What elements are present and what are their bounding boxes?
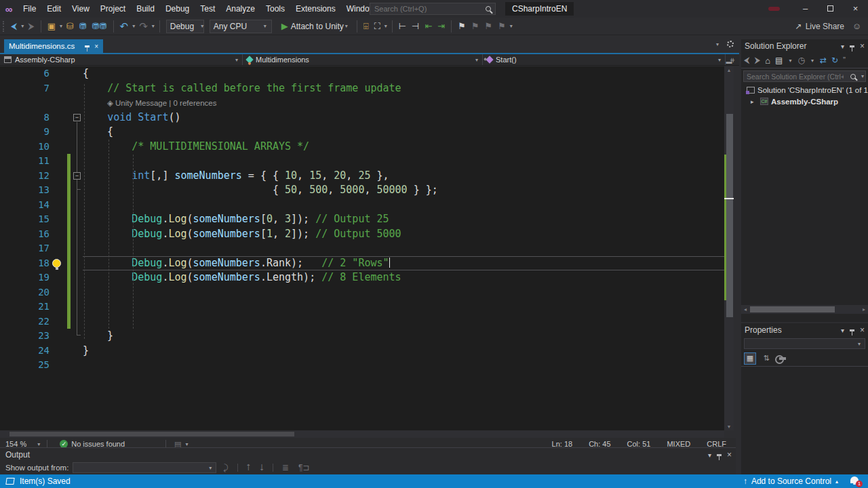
clear-bookmarks-icon[interactable]: ⚑ xyxy=(495,18,509,35)
sync-with-active-document-icon[interactable]: ⇄ xyxy=(820,56,827,65)
menu-file[interactable]: File xyxy=(18,0,41,18)
code-line-7[interactable]: 7 // Start is called before the first fr… xyxy=(0,81,724,96)
solution-platform-dropdown[interactable]: Any CPU ▾ xyxy=(210,20,272,33)
refresh-icon[interactable]: ↻ xyxy=(831,56,838,65)
uncomment-icon[interactable]: ⊣ xyxy=(409,18,422,35)
codelens-indicator[interactable]: ◈ Unity Message | 0 references xyxy=(107,99,216,107)
undo-caret-icon[interactable]: ▾ xyxy=(131,23,136,29)
scroll-right-icon[interactable]: ▸ xyxy=(860,305,868,314)
tree-item-solution-csharpintroen-1-of-1-[interactable]: Solution 'CSharpIntroEN' (1 of 1 pr xyxy=(741,84,868,96)
feedback-icon[interactable]: ☺ xyxy=(852,21,861,31)
quick-search-box[interactable] xyxy=(370,3,496,15)
search-input[interactable] xyxy=(370,5,481,13)
codelens-references[interactable]: 0 references xyxy=(174,99,217,107)
redo-icon[interactable]: ↷ xyxy=(136,18,151,35)
pin-icon[interactable] xyxy=(717,454,722,456)
pending-changes-filter-icon[interactable]: ◷ xyxy=(797,56,804,65)
window-position-icon[interactable]: ▾ xyxy=(841,327,844,334)
categorized-view-icon[interactable]: ▦ xyxy=(744,352,756,365)
code-line-23[interactable]: 23 } xyxy=(0,329,724,344)
editor-options-gear-icon[interactable] xyxy=(727,41,734,47)
split-editor-grip[interactable]: ▬ xyxy=(724,57,734,66)
scrollbar-thumb[interactable] xyxy=(9,432,294,436)
add-to-source-control-button[interactable]: ↑ Add to Source Control ▴ xyxy=(743,476,838,486)
word-wrap-icon[interactable]: ¶⊐ xyxy=(296,463,313,472)
unity-editor-window-icon[interactable]: ⛶ xyxy=(372,18,383,35)
home-icon[interactable]: ⌂ xyxy=(765,56,770,66)
chevron-down-icon[interactable]: ▾ xyxy=(344,23,349,29)
output-panel-title[interactable]: Output xyxy=(5,450,30,460)
lightbulb-icon[interactable] xyxy=(52,259,61,268)
scroll-down-icon[interactable]: ▼ xyxy=(724,424,734,429)
menu-extensions[interactable]: Extensions xyxy=(290,0,341,18)
live-share-button[interactable]: ↗ Live Share xyxy=(795,18,844,35)
zoom-caret-icon[interactable]: ▾ xyxy=(36,441,41,447)
active-files-dropdown-icon[interactable]: ▾ xyxy=(715,41,720,47)
scrollbar-thumb[interactable] xyxy=(726,114,733,317)
close-tab-icon[interactable]: × xyxy=(94,43,98,50)
outlining-line[interactable] xyxy=(77,122,79,336)
codelens-row[interactable]: ◈ Unity Message | 0 references xyxy=(0,96,724,110)
goto-message-icon[interactable]: ⤸ xyxy=(220,463,231,472)
clear-all-icon[interactable]: ≣ xyxy=(279,463,292,472)
properties-title-bar[interactable]: Properties ▾ × xyxy=(741,323,868,337)
toggle-bookmark-icon[interactable]: ⚑ xyxy=(455,18,469,35)
navigate-back-icon[interactable]: ⮜ xyxy=(8,18,20,35)
breadcrumb-type-dropdown[interactable]: Multidimensions ▾ xyxy=(243,54,483,65)
window-position-icon[interactable]: ▾ xyxy=(841,43,844,50)
menu-test[interactable]: Test xyxy=(195,0,220,18)
code-line-9[interactable]: 9 { xyxy=(0,125,724,140)
chevron-down-icon[interactable]: ▾ xyxy=(787,58,793,64)
toolbar-grip[interactable] xyxy=(3,21,5,32)
breadcrumb-member-dropdown[interactable]: Start() ▾ xyxy=(483,54,726,65)
menu-debug[interactable]: Debug xyxy=(160,0,195,18)
outlining-line[interactable] xyxy=(77,180,79,190)
decrease-indent-icon[interactable]: ⇤ xyxy=(422,18,435,35)
previous-message-icon[interactable]: ⭡ xyxy=(244,463,254,472)
switch-views-icon[interactable]: ▤ xyxy=(775,56,783,65)
redo-caret-icon[interactable]: ▾ xyxy=(151,23,156,29)
chevron-down-icon[interactable]: ▾ xyxy=(810,58,815,64)
navigate-forward-icon[interactable]: ⮞ xyxy=(25,18,37,35)
properties-object-dropdown[interactable]: ▾ xyxy=(744,338,865,349)
menu-project[interactable]: Project xyxy=(95,0,131,18)
close-icon[interactable]: × xyxy=(860,41,865,51)
alphabetical-view-icon[interactable]: ⇅ xyxy=(760,352,772,365)
unity-project-explorer-icon[interactable]: ⌹ xyxy=(361,18,372,35)
code-line-24[interactable]: 24} xyxy=(0,344,724,359)
chevron-down-icon[interactable]: ▾ xyxy=(184,441,190,447)
toolbar-overflow-icon[interactable]: ▾ xyxy=(509,23,514,29)
search-icon[interactable] xyxy=(850,74,856,79)
se-forward-icon[interactable]: ⮞ xyxy=(755,56,761,65)
menu-tools[interactable]: Tools xyxy=(260,0,290,18)
next-bookmark-icon[interactable]: ⚑ xyxy=(482,18,496,35)
scroll-left-icon[interactable]: ◂ xyxy=(741,305,749,314)
collapse-toggle-icon[interactable]: − xyxy=(73,172,81,180)
pin-tab-icon[interactable] xyxy=(85,45,90,47)
horizontal-scrollbar[interactable] xyxy=(0,430,724,438)
solution-search-input[interactable] xyxy=(744,73,846,81)
menu-edit[interactable]: Edit xyxy=(41,0,66,18)
open-file-icon[interactable]: ⛁ xyxy=(64,18,77,35)
close-icon[interactable]: × xyxy=(727,450,732,460)
output-source-dropdown[interactable]: ▾ xyxy=(73,462,216,473)
menu-analyze[interactable]: Analyze xyxy=(220,0,260,18)
save-icon[interactable]: ⛃ xyxy=(77,18,90,35)
chevron-down-icon[interactable]: ▾ xyxy=(860,73,865,79)
solution-explorer-title-bar[interactable]: Solution Explorer ▾ × xyxy=(741,39,868,53)
se-horizontal-scrollbar[interactable]: ◂ ▸ xyxy=(741,305,868,314)
solution-configuration-dropdown[interactable]: Debug ▾ xyxy=(166,20,204,33)
solution-explorer-search-box[interactable]: ▾ xyxy=(743,70,866,82)
undo-icon[interactable]: ↶ xyxy=(117,18,132,35)
search-icon[interactable] xyxy=(486,6,491,12)
window-position-icon[interactable]: ▾ xyxy=(708,451,711,459)
maximize-button[interactable] xyxy=(818,0,843,18)
se-back-icon[interactable]: ⮜ xyxy=(744,56,750,65)
property-pages-icon[interactable] xyxy=(776,352,789,365)
next-message-icon[interactable]: ⭣ xyxy=(257,463,267,472)
menu-build[interactable]: Build xyxy=(131,0,160,18)
code-line-6[interactable]: 6{ xyxy=(0,66,724,81)
previous-bookmark-icon[interactable]: ⚑ xyxy=(469,18,482,35)
chevron-down-icon[interactable]: ▾ xyxy=(383,23,389,29)
close-button[interactable]: × xyxy=(843,0,868,18)
